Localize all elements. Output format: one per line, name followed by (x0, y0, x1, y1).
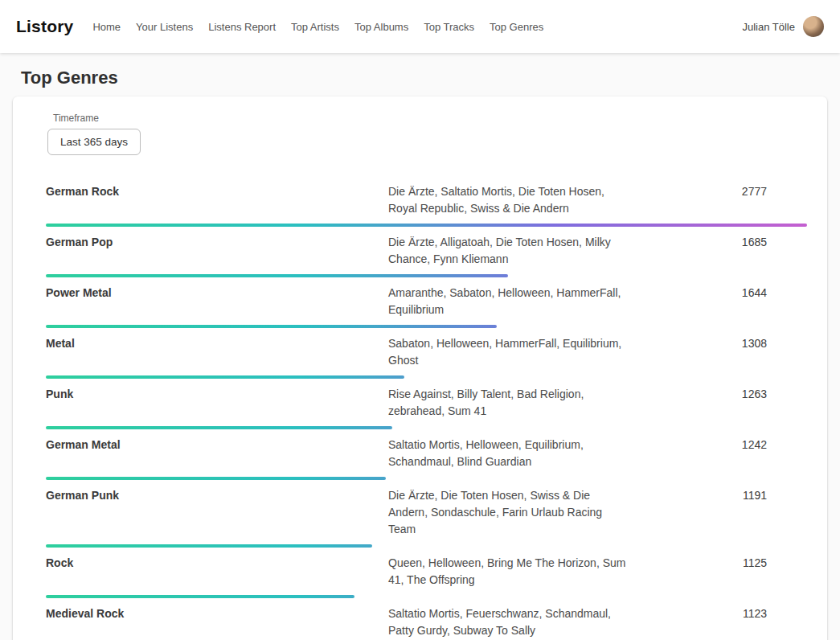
genre-artists: Die Ärzte, Die Toten Hosen, Swiss & Die … (388, 487, 629, 538)
genre-row[interactable]: German Pop Die Ärzte, Alligatoah, Die To… (46, 227, 807, 277)
nav-links: Home Your Listens Listens Report Top Art… (92, 21, 742, 33)
nav-item-top-tracks[interactable]: Top Tracks (424, 21, 474, 33)
nav-item-home[interactable]: Home (92, 21, 121, 33)
genre-artists: Die Ärzte, Alligatoah, Die Toten Hosen, … (388, 234, 629, 268)
nav-item-listens-report[interactable]: Listens Report (208, 21, 276, 33)
genre-artists: Sabaton, Helloween, HammerFall, Equilibr… (388, 335, 629, 369)
genre-row[interactable]: Punk Rise Against, Billy Talent, Bad Rel… (46, 379, 807, 429)
genre-row[interactable]: German Punk Die Ärzte, Die Toten Hosen, … (46, 480, 807, 548)
navbar: Listory Home Your Listens Listens Report… (0, 0, 840, 53)
genre-name: German Punk (46, 487, 388, 502)
nav-item-top-artists[interactable]: Top Artists (291, 21, 339, 33)
user-area: Julian Tölle (742, 16, 824, 37)
genre-count: 1644 (629, 285, 807, 299)
page-title: Top Genres (21, 68, 840, 88)
genre-name: Medieval Rock (46, 605, 388, 620)
genre-name: Rock (46, 555, 388, 569)
nav-item-top-genres[interactable]: Top Genres (490, 21, 543, 33)
app-logo[interactable]: Listory (16, 17, 73, 36)
genre-artists: Rise Against, Billy Talent, Bad Religion… (388, 386, 629, 420)
genre-row[interactable]: German Rock Die Ärzte, Saltatio Mortis, … (46, 176, 807, 227)
genre-name: German Rock (46, 183, 388, 198)
genre-name: Punk (46, 386, 388, 400)
genre-row[interactable]: Medieval Rock Saltatio Mortis, Feuerschw… (46, 598, 807, 640)
genre-count: 1242 (629, 437, 807, 451)
nav-item-your-listens[interactable]: Your Listens (136, 21, 193, 33)
genre-name: German Pop (46, 234, 388, 248)
genre-row[interactable]: German Metal Saltatio Mortis, Helloween,… (46, 429, 807, 480)
user-name[interactable]: Julian Tölle (742, 21, 795, 33)
genre-artists: Die Ärzte, Saltatio Mortis, Die Toten Ho… (388, 183, 629, 217)
genre-row[interactable]: Metal Sabaton, Helloween, HammerFall, Eq… (46, 328, 807, 379)
genre-name: German Metal (46, 437, 388, 451)
genre-name: Power Metal (46, 285, 388, 299)
genre-row[interactable]: Rock Queen, Helloween, Bring Me The Hori… (46, 548, 807, 598)
timeframe-label: Timeframe (53, 113, 807, 124)
genre-count: 1685 (629, 234, 807, 248)
genre-count: 1308 (629, 335, 807, 350)
nav-item-top-albums[interactable]: Top Albums (354, 21, 408, 33)
genre-artists: Queen, Helloween, Bring Me The Horizon, … (388, 555, 629, 589)
genre-count: 1123 (629, 605, 807, 620)
timeframe-select[interactable]: Last 365 days (47, 129, 141, 155)
genre-count: 2777 (629, 183, 807, 198)
genre-artists: Saltatio Mortis, Helloween, Equilibrium,… (388, 437, 629, 470)
genre-count: 1263 (629, 386, 807, 400)
genre-count: 1191 (629, 487, 807, 502)
genre-artists: Saltatio Mortis, Feuerschwanz, Schandmau… (388, 605, 629, 639)
genre-row[interactable]: Power Metal Amaranthe, Sabaton, Hellowee… (46, 277, 807, 328)
top-genres-card: Timeframe Last 365 days German Rock Die … (13, 96, 827, 640)
genre-table: German Rock Die Ärzte, Saltatio Mortis, … (46, 176, 807, 640)
genre-artists: Amaranthe, Sabaton, Helloween, HammerFal… (388, 285, 629, 318)
genre-count: 1125 (629, 555, 807, 569)
genre-name: Metal (46, 335, 388, 350)
avatar[interactable] (803, 16, 824, 37)
